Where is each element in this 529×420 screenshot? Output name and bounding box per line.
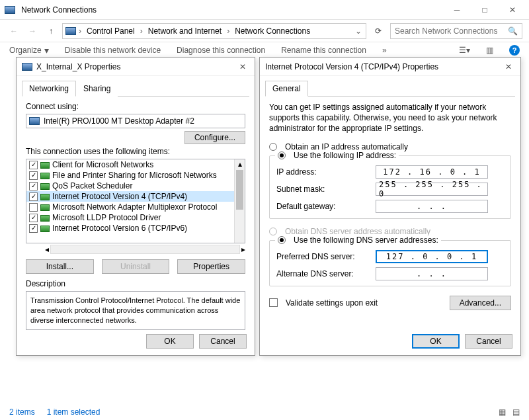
protocol-item[interactable]: ✓Internet Protocol Version 4 (TCP/IPv4) — [26, 191, 245, 202]
protocol-icon — [40, 204, 50, 211]
dialog-title: X_Internal_X Properties — [36, 62, 236, 71]
protocol-item[interactable]: ✓Microsoft LLDP Protocol Driver — [26, 212, 245, 223]
preferred-dns-input[interactable]: 127 . 0 . 0 . 1 — [376, 250, 488, 263]
search-box[interactable]: 🔍 — [390, 23, 522, 39]
details-view-icon[interactable]: ▦ — [499, 407, 506, 417]
validate-checkbox[interactable] — [269, 298, 278, 307]
protocol-item[interactable]: Microsoft Network Adapter Multiplexor Pr… — [26, 202, 245, 212]
window-title: Network Connections — [21, 5, 443, 15]
cmd-overflow[interactable]: » — [382, 46, 387, 55]
cancel-button[interactable]: Cancel — [199, 334, 247, 349]
crumb-1[interactable]: Network and Internet — [145, 26, 224, 36]
cmd-disable[interactable]: Disable this network device — [65, 46, 161, 55]
protocol-icon — [40, 173, 50, 179]
radio-obtain-dns — [269, 228, 277, 235]
cmd-rename[interactable]: Rename this connection — [281, 46, 366, 55]
checkbox-icon[interactable]: ✓ — [29, 182, 38, 190]
ip-address-label: IP address: — [276, 167, 376, 177]
install-button[interactable]: Install... — [26, 259, 94, 274]
close-button[interactable]: ✕ — [499, 1, 526, 19]
nic-icon — [29, 117, 40, 125]
description-label: Description — [26, 279, 245, 288]
adapter-name: Intel(R) PRO/1000 MT Desktop Adapter #2 — [44, 116, 194, 126]
protocol-label: Microsoft LLDP Protocol Driver — [52, 213, 161, 222]
large-icons-view-icon[interactable]: ▤ — [512, 407, 520, 417]
up-button[interactable]: ↑ — [44, 24, 58, 38]
radio-use-dns[interactable] — [278, 236, 286, 244]
ok-button[interactable]: OK — [146, 334, 194, 349]
radio-obtain-ip[interactable] — [269, 143, 277, 151]
back-button[interactable]: ← — [7, 24, 21, 38]
dns-group: Use the following DNS server addresses: … — [269, 240, 511, 286]
cmd-organize[interactable]: Organize ▾ — [9, 46, 49, 55]
protocol-label: Microsoft Network Adapter Multiplexor Pr… — [52, 202, 217, 212]
protocol-label: Internet Protocol Version 4 (TCP/IPv4) — [52, 192, 187, 201]
ipv4-properties-dialog: Internet Protocol Version 4 (TCP/IPv4) P… — [259, 57, 521, 356]
protocol-icon — [40, 162, 50, 169]
checkbox-icon[interactable]: ✓ — [29, 224, 38, 233]
close-icon[interactable]: ✕ — [502, 62, 515, 71]
search-icon: 🔍 — [508, 26, 518, 36]
alternate-dns-label: Alternate DNS server: — [276, 269, 376, 278]
search-input[interactable] — [395, 26, 505, 36]
scrollbar[interactable]: ▴ — [234, 159, 245, 243]
cancel-button[interactable]: Cancel — [465, 334, 512, 349]
protocol-item[interactable]: ✓QoS Packet Scheduler — [26, 181, 245, 191]
description-text: Transmission Control Protocol/Internet P… — [26, 291, 245, 330]
crumb-2[interactable]: Network Connections — [232, 26, 313, 36]
protocol-label: Internet Protocol Version 6 (TCP/IPv6) — [52, 224, 187, 233]
checkbox-icon[interactable]: ✓ — [29, 192, 38, 201]
tab-networking[interactable]: Networking — [22, 81, 76, 97]
radio-use-ip[interactable] — [278, 151, 286, 159]
nic-icon — [22, 63, 32, 71]
subnet-mask-input[interactable]: 255 . 255 . 255 . 0 — [376, 183, 488, 196]
checkbox-icon[interactable]: ✓ — [29, 171, 38, 180]
tab-sharing[interactable]: Sharing — [76, 81, 118, 97]
help-icon[interactable]: ? — [509, 45, 520, 56]
use-dns-label: Use the following DNS server addresses: — [294, 235, 438, 245]
close-icon[interactable]: ✕ — [236, 62, 249, 71]
cmd-diagnose[interactable]: Diagnose this connection — [177, 46, 265, 55]
ok-button[interactable]: OK — [412, 334, 460, 349]
protocol-item[interactable]: ✓Client for Microsoft Networks — [26, 159, 245, 170]
connect-using-label: Connect using: — [26, 102, 245, 111]
properties-button[interactable]: Properties — [177, 259, 245, 274]
protocol-list[interactable]: ✓Client for Microsoft Networks✓File and … — [26, 159, 245, 243]
items-label: This connection uses the following items… — [26, 147, 245, 156]
breadcrumb-dropdown-icon[interactable]: ⌄ — [354, 26, 363, 36]
default-gateway-input[interactable]: . . . — [376, 200, 488, 213]
configure-button[interactable]: Configure... — [184, 131, 245, 144]
crumb-0[interactable]: Control Panel — [84, 26, 138, 36]
obtain-ip-label: Obtain an IP address automatically — [285, 142, 408, 151]
tab-general[interactable]: General — [265, 81, 308, 97]
forward-button[interactable]: → — [25, 24, 40, 38]
status-count: 2 items — [9, 407, 35, 417]
breadcrumb[interactable]: › Control Panel › Network and Internet ›… — [62, 23, 366, 39]
uninstall-button[interactable]: Uninstall — [102, 259, 170, 274]
preview-pane-icon[interactable]: ▥ — [486, 46, 493, 55]
alternate-dns-input[interactable]: . . . — [376, 267, 488, 280]
ip-address-input[interactable]: 172 . 16 . 0 . 1 — [376, 165, 488, 179]
protocol-item[interactable]: ✓File and Printer Sharing for Microsoft … — [26, 170, 245, 181]
protocol-label: Client for Microsoft Networks — [52, 160, 153, 169]
obtain-dns-label: Obtain DNS server address automatically — [285, 227, 430, 236]
advanced-button[interactable]: Advanced... — [450, 296, 511, 310]
protocol-item[interactable]: ✓Internet Protocol Version 6 (TCP/IPv6) — [26, 223, 245, 233]
maximize-button[interactable]: □ — [471, 1, 499, 19]
adapter-properties-dialog: X_Internal_X Properties ✕ Networking Sha… — [16, 57, 255, 356]
refresh-button[interactable]: ⟳ — [370, 23, 386, 39]
view-options-icon[interactable]: ☰▾ — [459, 46, 470, 55]
titlebar: Network Connections ─ □ ✕ — [0, 0, 529, 20]
dialog-title: Internet Protocol Version 4 (TCP/IPv4) P… — [265, 62, 502, 71]
minimize-button[interactable]: ─ — [443, 1, 471, 19]
hscroll-right-icon[interactable]: ▸ — [241, 245, 245, 254]
intro-text: You can get IP settings assigned automat… — [269, 102, 511, 134]
command-bar: Organize ▾ Disable this network device D… — [0, 42, 529, 58]
checkbox-icon[interactable]: ✓ — [29, 161, 38, 169]
hscroll-left-icon[interactable]: ◂ — [45, 245, 49, 254]
protocol-icon — [40, 226, 50, 232]
protocol-icon — [40, 194, 50, 200]
checkbox-icon[interactable]: ✓ — [29, 214, 38, 222]
checkbox-icon[interactable] — [29, 203, 38, 212]
protocol-label: File and Printer Sharing for Microsoft N… — [52, 171, 217, 180]
